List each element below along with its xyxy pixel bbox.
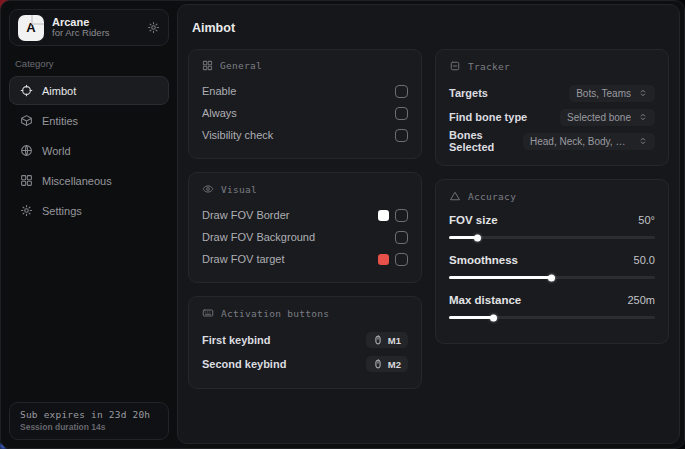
setting-row-fov-target: Draw FOV target	[202, 248, 408, 270]
visibility-check-checkbox[interactable]	[395, 129, 408, 142]
keybind-value: M1	[388, 335, 401, 346]
category-label: Category	[15, 58, 163, 69]
card-title: Activation buttons	[221, 308, 329, 319]
first-keybind-button[interactable]: M1	[366, 332, 408, 348]
globe-icon	[20, 144, 33, 157]
page-title: Aimbot	[192, 21, 669, 35]
sidebar-item-miscellaneous[interactable]: Miscellaneous	[9, 166, 169, 195]
box-icon	[20, 114, 33, 127]
activation-buttons-card: Activation buttons First keybind M1	[188, 296, 422, 389]
eye-icon	[202, 183, 214, 195]
sub-expiry-text: Sub expires in 23d 20h	[20, 409, 158, 420]
gear-icon[interactable]	[147, 21, 160, 34]
select-value: Selected bone	[567, 112, 631, 123]
slider-value: 50.0	[634, 254, 655, 266]
accuracy-card: Accuracy FOV size 50° Smoothness	[435, 179, 669, 344]
tracker-card: Tracker Targets Bots, Teams	[435, 49, 669, 166]
find-bone-type-select[interactable]: Selected bone	[560, 109, 655, 126]
select-value: Head, Neck, Body, Pe...	[530, 136, 631, 147]
app-logo: A	[18, 15, 44, 41]
slider-value: 250m	[627, 294, 655, 306]
subscription-info: Sub expires in 23d 20h Session duration …	[9, 402, 169, 440]
setting-label: Visibility check	[202, 129, 273, 141]
setting-label: First keybind	[202, 334, 270, 346]
setting-label: Draw FOV Border	[202, 209, 289, 221]
setting-row-second-keybind: Second keybind M2	[202, 352, 408, 376]
setting-row-visibility-check: Visibility check	[202, 124, 408, 146]
sidebar-item-label: Aimbot	[42, 85, 76, 97]
mouse-icon	[373, 335, 383, 345]
sidebar-item-label: Entities	[42, 115, 78, 127]
sidebar-item-label: World	[42, 145, 71, 157]
gear-icon	[20, 204, 33, 217]
setting-label: Bones Selected	[449, 129, 523, 153]
crosshair-icon	[20, 84, 33, 97]
setting-label: Second keybind	[202, 358, 286, 370]
targets-select[interactable]: Bots, Teams	[569, 85, 655, 102]
color-swatch[interactable]	[378, 210, 389, 221]
sidebar-item-entities[interactable]: Entities	[9, 106, 169, 135]
setting-row-fov-background: Draw FOV Background	[202, 226, 408, 248]
left-column: General Enable Always Visibility check	[188, 49, 422, 389]
card-title: Visual	[221, 184, 257, 195]
smoothness-slider[interactable]	[449, 276, 655, 279]
chevrons-up-down-icon	[638, 88, 648, 98]
app-subtitle: for Arc Riders	[52, 28, 139, 39]
app-titles: Arcane for Arc Riders	[52, 16, 139, 40]
grid-icon	[20, 174, 33, 187]
card-title: General	[220, 60, 262, 71]
sidebar-item-label: Miscellaneous	[42, 175, 112, 187]
setting-row-find-bone-type: Find bone type Selected bone	[449, 105, 655, 129]
color-swatch[interactable]	[378, 254, 389, 265]
setting-row-fov-border: Draw FOV Border	[202, 204, 408, 226]
triangle-icon	[449, 190, 461, 202]
visual-card: Visual Draw FOV Border Draw FOV Backgrou…	[188, 172, 422, 283]
keybind-value: M2	[388, 359, 401, 370]
chevrons-up-down-icon	[638, 136, 648, 146]
card-title: Tracker	[468, 61, 510, 72]
setting-label: FOV size	[449, 214, 498, 226]
setting-row-targets: Targets Bots, Teams	[449, 81, 655, 105]
scan-icon	[449, 60, 461, 72]
setting-row-bones-selected: Bones Selected Head, Neck, Body, Pe...	[449, 129, 655, 153]
setting-label: Always	[202, 107, 237, 119]
right-column: Tracker Targets Bots, Teams	[435, 49, 669, 344]
setting-label: Max distance	[449, 294, 521, 306]
fov-size-slider[interactable]	[449, 236, 655, 239]
max-distance-slider[interactable]	[449, 316, 655, 319]
setting-row-enable: Enable	[202, 80, 408, 102]
app-header: A Arcane for Arc Riders	[9, 9, 169, 46]
setting-row-fov-size: FOV size 50°	[449, 211, 655, 239]
enable-checkbox[interactable]	[395, 85, 408, 98]
fov-target-checkbox[interactable]	[395, 253, 408, 266]
fov-border-checkbox[interactable]	[395, 209, 408, 222]
app-window: A Arcane for Arc Riders Category Aimbot	[0, 0, 685, 449]
sidebar-item-label: Settings	[42, 205, 82, 217]
keyboard-icon	[202, 307, 214, 319]
app-logo-letter: A	[26, 20, 35, 35]
main-panel: Aimbot General Enable	[177, 4, 680, 444]
chevrons-up-down-icon	[638, 112, 648, 122]
setting-row-always: Always	[202, 102, 408, 124]
sidebar-item-settings[interactable]: Settings	[9, 196, 169, 225]
setting-label: Smoothness	[449, 254, 518, 266]
setting-row-first-keybind: First keybind M1	[202, 328, 408, 352]
general-card: General Enable Always Visibility check	[188, 49, 422, 159]
setting-row-max-distance: Max distance 250m	[449, 291, 655, 319]
sidebar-item-aimbot[interactable]: Aimbot	[9, 76, 169, 105]
setting-label: Draw FOV Background	[202, 231, 315, 243]
bones-selected-select[interactable]: Head, Neck, Body, Pe...	[523, 133, 655, 150]
always-checkbox[interactable]	[395, 107, 408, 120]
slider-value: 50°	[638, 214, 655, 226]
card-title: Accuracy	[468, 191, 516, 202]
fov-background-checkbox[interactable]	[395, 231, 408, 244]
select-value: Bots, Teams	[576, 88, 631, 99]
setting-label: Enable	[202, 85, 236, 97]
session-duration-text: Session duration 14s	[20, 422, 158, 432]
setting-row-smoothness: Smoothness 50.0	[449, 251, 655, 279]
second-keybind-button[interactable]: M2	[366, 356, 408, 372]
sidebar-item-world[interactable]: World	[9, 136, 169, 165]
setting-label: Find bone type	[449, 111, 527, 123]
setting-label: Targets	[449, 87, 488, 99]
mouse-icon	[373, 359, 383, 369]
